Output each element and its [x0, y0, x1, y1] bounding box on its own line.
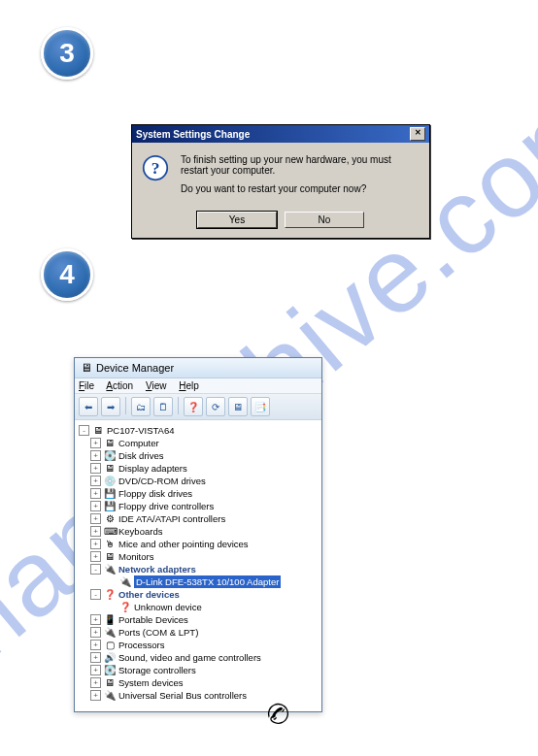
device-icon: 🔌: [104, 563, 116, 575]
device-icon: 🖱: [104, 538, 116, 550]
tree-node[interactable]: +🖥System devices: [79, 676, 319, 689]
dialog-titlebar: System Settings Change ✕: [132, 125, 429, 143]
expand-icon[interactable]: +: [90, 438, 101, 448]
menu-view[interactable]: View: [146, 380, 167, 391]
expand-icon[interactable]: +: [90, 551, 101, 562]
tree-label: System devices: [118, 676, 184, 689]
tree-label: Mice and other pointing devices: [118, 538, 249, 550]
tree-node[interactable]: ❓Unknown device: [79, 601, 319, 613]
menu-action[interactable]: Action: [106, 380, 133, 391]
tree-node[interactable]: +🔊Sound, video and game controllers: [79, 651, 319, 664]
menu-help[interactable]: Help: [179, 380, 199, 391]
toolbar-button-6[interactable]: ❓: [184, 397, 203, 416]
expand-icon[interactable]: +: [90, 450, 101, 461]
tree-label: Unknown device: [134, 601, 202, 613]
tree-label: Disk drives: [118, 449, 163, 462]
tree-label: Keyboards: [118, 525, 162, 538]
tree-label: D-Link DFE-538TX 10/100 Adapter: [134, 575, 281, 588]
expand-icon[interactable]: +: [90, 513, 101, 524]
tree-label: Other devices: [118, 588, 180, 601]
expand-icon[interactable]: +: [90, 652, 101, 663]
tree-label: Portable Devices: [118, 613, 188, 626]
menu-file[interactable]: File: [79, 380, 94, 391]
expand-icon[interactable]: +: [90, 665, 101, 675]
no-button[interactable]: No: [285, 212, 364, 228]
tree-node[interactable]: 🔌D-Link DFE-538TX 10/100 Adapter: [79, 575, 319, 588]
tree-label: Computer: [118, 437, 159, 449]
collapse-icon[interactable]: -: [79, 425, 89, 436]
expand-icon[interactable]: +: [90, 690, 101, 701]
device-icon: 💿: [104, 475, 116, 487]
expand-icon[interactable]: +: [90, 627, 101, 638]
tree-label: PC107-VISTA64: [107, 424, 175, 437]
toolbar-button-7[interactable]: ⟳: [206, 397, 225, 416]
tree-label: Display adapters: [118, 462, 187, 475]
expand-icon[interactable]: +: [90, 539, 101, 549]
device-icon: 💽: [104, 449, 116, 462]
expand-icon[interactable]: +: [90, 488, 101, 499]
tree-node[interactable]: +💽Disk drives: [79, 449, 319, 462]
dialog-message-2: Do you want to restart your computer now…: [181, 183, 420, 194]
toolbar-button-9[interactable]: 📑: [251, 397, 270, 416]
device-icon: ⌨: [104, 525, 116, 538]
tree-node[interactable]: +🖥Display adapters: [79, 462, 319, 475]
tree-node[interactable]: +💿DVD/CD-ROM drives: [79, 475, 319, 487]
dialog-title: System Settings Change: [136, 129, 250, 140]
tree-label: Storage controllers: [118, 664, 196, 676]
tree-label: IDE ATA/ATAPI controllers: [118, 512, 225, 525]
expand-icon[interactable]: +: [90, 501, 101, 511]
device-icon: 🖥: [104, 437, 116, 449]
expand-icon[interactable]: +: [90, 463, 101, 474]
tree-label: Processors: [118, 639, 165, 651]
step-badge-3: 3: [41, 27, 93, 80]
devmgr-toolbar: ⬅➡🗂🗒❓⟳🖥📑: [75, 394, 321, 420]
tree-node[interactable]: +🖱Mice and other pointing devices: [79, 538, 319, 550]
collapse-icon[interactable]: -: [90, 564, 101, 575]
tree-node[interactable]: -❓Other devices: [79, 588, 319, 601]
toolbar-button-3[interactable]: 🗂: [131, 397, 151, 416]
expand-icon[interactable]: +: [90, 614, 101, 625]
expand-icon[interactable]: +: [90, 640, 101, 650]
toolbar-button-4[interactable]: 🗒: [153, 397, 173, 416]
device-icon: ▢: [104, 639, 116, 651]
expand-icon[interactable]: +: [90, 677, 101, 688]
tree-node[interactable]: +📱Portable Devices: [79, 613, 319, 626]
device-icon: 🔌: [104, 626, 116, 639]
device-icon: 💽: [104, 664, 116, 676]
toolbar-button-0[interactable]: ⬅: [79, 397, 98, 416]
tree-node[interactable]: +🔌Ports (COM & LPT): [79, 626, 319, 639]
devmgr-title: Device Manager: [96, 362, 174, 374]
tree-node[interactable]: -🖥PC107-VISTA64: [79, 424, 319, 437]
yes-button[interactable]: Yes: [197, 212, 277, 228]
tree-node[interactable]: +🖥Monitors: [79, 550, 319, 563]
device-icon: 🖥: [104, 676, 116, 689]
tree-node[interactable]: +⚙IDE ATA/ATAPI controllers: [79, 512, 319, 525]
step-badge-4: 4: [41, 248, 93, 301]
expand-icon[interactable]: +: [90, 476, 101, 486]
tree-node[interactable]: +⌨Keyboards: [79, 525, 319, 538]
devmgr-tree: -🖥PC107-VISTA64+🖥Computer+💽Disk drives+🖥…: [75, 420, 321, 711]
tree-node[interactable]: +🖥Computer: [79, 437, 319, 449]
tree-label: Floppy disk drives: [118, 487, 192, 500]
tree-node[interactable]: +💾Floppy drive controllers: [79, 500, 319, 512]
devmgr-app-icon: 🖥: [81, 361, 92, 375]
collapse-icon[interactable]: -: [90, 589, 101, 600]
close-button[interactable]: ✕: [410, 127, 425, 141]
device-icon: ⚙: [104, 512, 116, 525]
toolbar-separator: [178, 397, 179, 414]
tree-label: DVD/CD-ROM drives: [118, 475, 206, 487]
device-icon: 🔊: [104, 651, 116, 664]
device-manager-window: 🖥 Device Manager File Action View Help ⬅…: [74, 357, 322, 712]
tree-node[interactable]: +💾Floppy disk drives: [79, 487, 319, 500]
device-icon: ❓: [119, 601, 131, 613]
toolbar-button-1[interactable]: ➡: [101, 397, 120, 416]
tree-node[interactable]: -🔌Network adapters: [79, 563, 319, 575]
expand-icon[interactable]: +: [90, 526, 101, 537]
question-icon: ?: [142, 154, 169, 181]
tree-label: Universal Serial Bus controllers: [118, 689, 247, 702]
tree-node[interactable]: +💽Storage controllers: [79, 664, 319, 676]
tree-node[interactable]: +▢Processors: [79, 639, 319, 651]
tree-label: Floppy drive controllers: [118, 500, 214, 512]
toolbar-button-8[interactable]: 🖥: [228, 397, 248, 416]
tree-label: Network adapters: [118, 563, 196, 575]
